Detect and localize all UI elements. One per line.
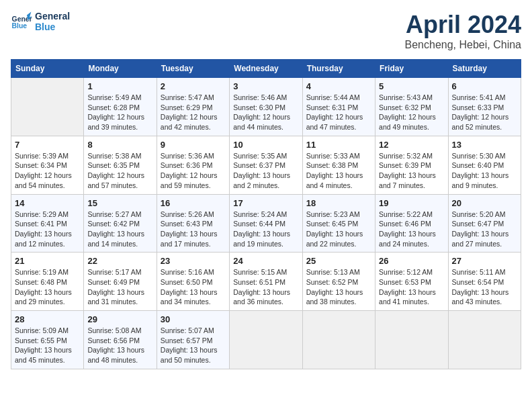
weekday-saturday: Saturday [448, 60, 521, 78]
day-info: Sunrise: 5:30 AM Sunset: 6:40 PM Dayligh… [452, 151, 517, 191]
logo: General Blue General Blue [11, 11, 70, 32]
day-info: Sunrise: 5:07 AM Sunset: 6:57 PM Dayligh… [161, 326, 226, 365]
day-number: 7 [15, 140, 80, 150]
day-info: Sunrise: 5:39 AM Sunset: 6:34 PM Dayligh… [15, 151, 80, 191]
calendar-cell: 8Sunrise: 5:38 AM Sunset: 6:35 PM Daylig… [84, 136, 157, 194]
day-number: 21 [15, 256, 80, 266]
day-number: 29 [87, 314, 152, 324]
calendar-cell: 26Sunrise: 5:12 AM Sunset: 6:53 PM Dayli… [375, 253, 448, 311]
weekday-header-row: SundayMondayTuesdayWednesdayThursdayFrid… [11, 60, 521, 78]
weekday-sunday: Sunday [11, 60, 84, 78]
calendar-cell: 4Sunrise: 5:44 AM Sunset: 6:31 PM Daylig… [302, 78, 375, 136]
calendar-cell: 2Sunrise: 5:47 AM Sunset: 6:29 PM Daylig… [157, 78, 229, 136]
day-info: Sunrise: 5:17 AM Sunset: 6:49 PM Dayligh… [87, 267, 152, 307]
week-row-5: 28Sunrise: 5:09 AM Sunset: 6:55 PM Dayli… [11, 311, 521, 369]
day-number: 19 [379, 198, 444, 208]
calendar-cell: 17Sunrise: 5:24 AM Sunset: 6:44 PM Dayli… [230, 194, 302, 253]
day-info: Sunrise: 5:22 AM Sunset: 6:46 PM Dayligh… [379, 210, 444, 249]
weekday-friday: Friday [375, 60, 448, 78]
day-info: Sunrise: 5:16 AM Sunset: 6:50 PM Dayligh… [161, 267, 226, 307]
calendar-cell [302, 311, 375, 369]
day-info: Sunrise: 5:26 AM Sunset: 6:43 PM Dayligh… [161, 210, 226, 249]
day-info: Sunrise: 5:44 AM Sunset: 6:31 PM Dayligh… [306, 93, 371, 132]
day-number: 17 [233, 198, 298, 208]
week-row-1: 1Sunrise: 5:49 AM Sunset: 6:28 PM Daylig… [11, 78, 521, 136]
calendar-cell: 9Sunrise: 5:36 AM Sunset: 6:36 PM Daylig… [157, 136, 229, 194]
day-info: Sunrise: 5:33 AM Sunset: 6:38 PM Dayligh… [306, 151, 371, 191]
calendar-cell: 11Sunrise: 5:33 AM Sunset: 6:38 PM Dayli… [302, 136, 375, 194]
calendar-body: 1Sunrise: 5:49 AM Sunset: 6:28 PM Daylig… [11, 78, 521, 369]
day-number: 9 [161, 140, 226, 150]
day-info: Sunrise: 5:29 AM Sunset: 6:41 PM Dayligh… [15, 210, 80, 249]
calendar-cell: 30Sunrise: 5:07 AM Sunset: 6:57 PM Dayli… [157, 311, 229, 369]
day-number: 18 [306, 198, 371, 208]
day-info: Sunrise: 5:12 AM Sunset: 6:53 PM Dayligh… [379, 267, 444, 307]
svg-text:Blue: Blue [12, 22, 28, 30]
day-number: 4 [306, 81, 371, 91]
day-info: Sunrise: 5:41 AM Sunset: 6:33 PM Dayligh… [452, 93, 517, 132]
calendar-cell: 22Sunrise: 5:17 AM Sunset: 6:49 PM Dayli… [84, 253, 157, 311]
day-number: 15 [87, 198, 152, 208]
day-number: 16 [161, 198, 226, 208]
calendar-cell: 15Sunrise: 5:27 AM Sunset: 6:42 PM Dayli… [84, 194, 157, 253]
calendar-cell [375, 311, 448, 369]
calendar-cell: 3Sunrise: 5:46 AM Sunset: 6:30 PM Daylig… [230, 78, 302, 136]
day-number: 12 [379, 140, 444, 150]
day-info: Sunrise: 5:24 AM Sunset: 6:44 PM Dayligh… [233, 210, 298, 249]
calendar-cell: 28Sunrise: 5:09 AM Sunset: 6:55 PM Dayli… [11, 311, 84, 369]
calendar-cell: 7Sunrise: 5:39 AM Sunset: 6:34 PM Daylig… [11, 136, 84, 194]
calendar-cell: 6Sunrise: 5:41 AM Sunset: 6:33 PM Daylig… [448, 78, 521, 136]
day-number: 26 [379, 256, 444, 266]
day-number: 6 [452, 81, 517, 91]
day-number: 14 [15, 198, 80, 208]
day-number: 8 [87, 140, 152, 150]
day-info: Sunrise: 5:11 AM Sunset: 6:54 PM Dayligh… [452, 267, 517, 307]
day-number: 5 [379, 81, 444, 91]
week-row-3: 14Sunrise: 5:29 AM Sunset: 6:41 PM Dayli… [11, 194, 521, 253]
calendar-cell: 23Sunrise: 5:16 AM Sunset: 6:50 PM Dayli… [157, 253, 229, 311]
weekday-wednesday: Wednesday [230, 60, 302, 78]
calendar-cell: 21Sunrise: 5:19 AM Sunset: 6:48 PM Dayli… [11, 253, 84, 311]
day-number: 11 [306, 140, 371, 150]
day-info: Sunrise: 5:49 AM Sunset: 6:28 PM Dayligh… [87, 93, 152, 132]
day-info: Sunrise: 5:38 AM Sunset: 6:35 PM Dayligh… [87, 151, 152, 191]
day-number: 22 [87, 256, 152, 266]
day-info: Sunrise: 5:20 AM Sunset: 6:47 PM Dayligh… [452, 210, 517, 249]
day-info: Sunrise: 5:47 AM Sunset: 6:29 PM Dayligh… [161, 93, 226, 132]
calendar-cell: 14Sunrise: 5:29 AM Sunset: 6:41 PM Dayli… [11, 194, 84, 253]
calendar-cell: 13Sunrise: 5:30 AM Sunset: 6:40 PM Dayli… [448, 136, 521, 194]
weekday-tuesday: Tuesday [157, 60, 229, 78]
weekday-monday: Monday [84, 60, 157, 78]
logo-blue: Blue [35, 21, 70, 32]
calendar-cell: 12Sunrise: 5:32 AM Sunset: 6:39 PM Dayli… [375, 136, 448, 194]
day-info: Sunrise: 5:09 AM Sunset: 6:55 PM Dayligh… [15, 326, 80, 365]
day-info: Sunrise: 5:27 AM Sunset: 6:42 PM Dayligh… [87, 210, 152, 249]
day-info: Sunrise: 5:19 AM Sunset: 6:48 PM Dayligh… [15, 267, 80, 307]
day-number: 3 [233, 81, 298, 91]
day-number: 2 [161, 81, 226, 91]
week-row-4: 21Sunrise: 5:19 AM Sunset: 6:48 PM Dayli… [11, 253, 521, 311]
calendar-cell: 20Sunrise: 5:20 AM Sunset: 6:47 PM Dayli… [448, 194, 521, 253]
calendar-cell: 5Sunrise: 5:43 AM Sunset: 6:32 PM Daylig… [375, 78, 448, 136]
day-number: 23 [161, 256, 226, 266]
day-info: Sunrise: 5:32 AM Sunset: 6:39 PM Dayligh… [379, 151, 444, 191]
calendar-cell: 29Sunrise: 5:08 AM Sunset: 6:56 PM Dayli… [84, 311, 157, 369]
calendar-cell: 27Sunrise: 5:11 AM Sunset: 6:54 PM Dayli… [448, 253, 521, 311]
day-info: Sunrise: 5:46 AM Sunset: 6:30 PM Dayligh… [233, 93, 298, 132]
calendar-cell [230, 311, 302, 369]
day-number: 24 [233, 256, 298, 266]
calendar-table: SundayMondayTuesdayWednesdayThursdayFrid… [11, 59, 521, 369]
day-info: Sunrise: 5:35 AM Sunset: 6:37 PM Dayligh… [233, 151, 298, 191]
logo-general: General [35, 11, 70, 21]
title-block: April 2024 Bencheng, Hebei, China [405, 11, 521, 51]
calendar-cell: 25Sunrise: 5:13 AM Sunset: 6:52 PM Dayli… [302, 253, 375, 311]
day-number: 13 [452, 140, 517, 150]
calendar-cell: 16Sunrise: 5:26 AM Sunset: 6:43 PM Dayli… [157, 194, 229, 253]
month-title: April 2024 [405, 11, 521, 39]
location-subtitle: Bencheng, Hebei, China [405, 39, 521, 51]
day-info: Sunrise: 5:15 AM Sunset: 6:51 PM Dayligh… [233, 267, 298, 307]
logo-icon: General Blue [11, 11, 32, 32]
calendar-cell: 1Sunrise: 5:49 AM Sunset: 6:28 PM Daylig… [84, 78, 157, 136]
day-number: 28 [15, 314, 80, 324]
day-info: Sunrise: 5:43 AM Sunset: 6:32 PM Dayligh… [379, 93, 444, 132]
